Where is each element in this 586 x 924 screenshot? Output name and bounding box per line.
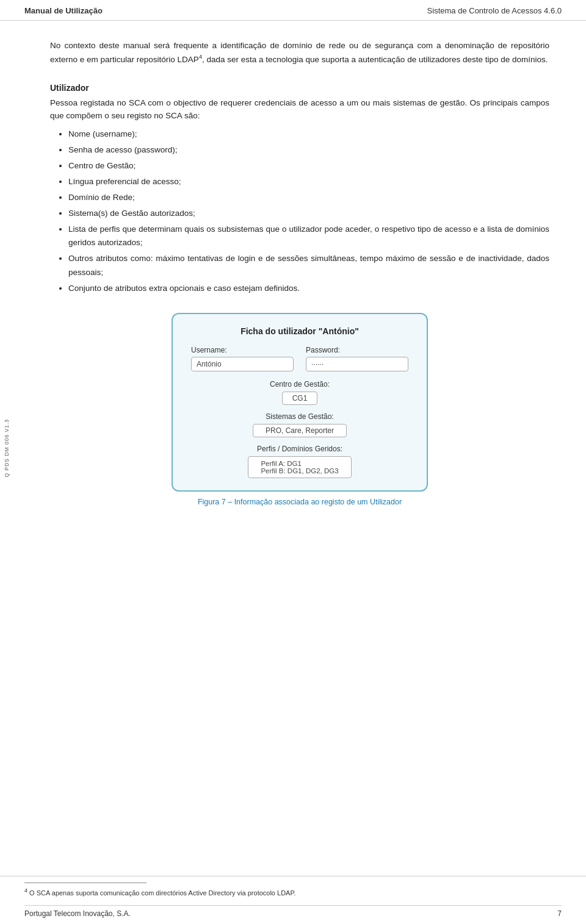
- sistemas-value: PRO, Care, Reporter: [253, 424, 347, 437]
- list-item: Outros atributos como: máximo tentativas…: [68, 252, 549, 280]
- footer-company: Portugal Telecom Inovação, S.A.: [24, 909, 131, 918]
- list-item: Lista de perfis que determinam quais os …: [68, 223, 549, 251]
- list-item: Conjunto de atributos extra opcionais e …: [68, 282, 549, 296]
- section-desc: Pessoa registada no SCA com o objectivo …: [50, 96, 549, 123]
- header-left: Manual de Utilização: [24, 6, 103, 15]
- perfis-box: Perfil A: DG1 Perfil B: DG1, DG2, DG3: [248, 456, 351, 478]
- list-item: Nome (username);: [68, 127, 549, 141]
- perfis-label: Perfis / Domínios Geridos:: [257, 445, 342, 453]
- page-wrapper: Manual de Utilização Sistema de Controlo…: [0, 0, 586, 924]
- footnote-text: 4 O SCA apenas suporta comunicação com d…: [24, 887, 562, 898]
- password-label: Password:: [306, 346, 408, 354]
- figure-field-password: Password: ······: [306, 346, 408, 371]
- list-item: Sistema(s) de Gestão autorizados;: [68, 207, 549, 221]
- footnote-divider: [24, 883, 146, 883]
- footer-page: 7: [557, 909, 562, 918]
- header-right: Sistema de Controlo de Acessos 4.6.0: [427, 6, 562, 15]
- perfil-a: Perfil A: DG1: [261, 460, 338, 467]
- list-item: Domínio de Rede;: [68, 191, 549, 205]
- utilizador-section: Utilizador Pessoa registada no SCA com o…: [50, 83, 549, 296]
- perfil-b: Perfil B: DG1, DG2, DG3: [261, 467, 338, 475]
- bullet-list: Nome (username); Senha de acesso (passwo…: [68, 127, 549, 296]
- figure-row-credentials: Username: António Password: ······: [191, 346, 408, 371]
- sistemas-label: Sistemas de Gestão:: [266, 412, 333, 421]
- list-item: Língua preferencial de acesso;: [68, 175, 549, 189]
- footnote-number: 4: [24, 887, 27, 894]
- sidebar-label: Q PDS DM 006 V1.3: [4, 419, 10, 477]
- section-title: Utilizador: [50, 83, 549, 93]
- page-footer: 4 O SCA apenas suporta comunicação com d…: [0, 876, 586, 924]
- main-content: No contexto deste manual será frequente …: [13, 21, 586, 876]
- figure-centro-section: Centro de Gestão: CG1: [191, 380, 408, 405]
- centro-value: CG1: [282, 392, 318, 405]
- list-item: Centro de Gestão;: [68, 159, 549, 173]
- footer-bottom: Portugal Telecom Inovação, S.A. 7: [24, 905, 562, 918]
- figure-caption: Figura 7 – Informação associada ao regis…: [198, 498, 402, 506]
- username-input: António: [191, 357, 294, 371]
- centro-label: Centro de Gestão:: [270, 380, 330, 389]
- password-input: ······: [306, 357, 408, 371]
- intro-paragraph: No contexto deste manual será frequente …: [50, 39, 549, 66]
- page-header: Manual de Utilização Sistema de Controlo…: [0, 0, 586, 21]
- figure-container: Ficha do utilizador "António" Username: …: [50, 313, 549, 506]
- username-label: Username:: [191, 346, 294, 354]
- figure-perfis-section: Perfis / Domínios Geridos: Perfil A: DG1…: [191, 445, 408, 478]
- figure-title: Ficha do utilizador "António": [191, 326, 408, 336]
- figure-sistemas-section: Sistemas de Gestão: PRO, Care, Reporter: [191, 412, 408, 437]
- list-item: Senha de acesso (password);: [68, 143, 549, 157]
- figure-box: Ficha do utilizador "António" Username: …: [172, 313, 428, 492]
- figure-field-username: Username: António: [191, 346, 294, 371]
